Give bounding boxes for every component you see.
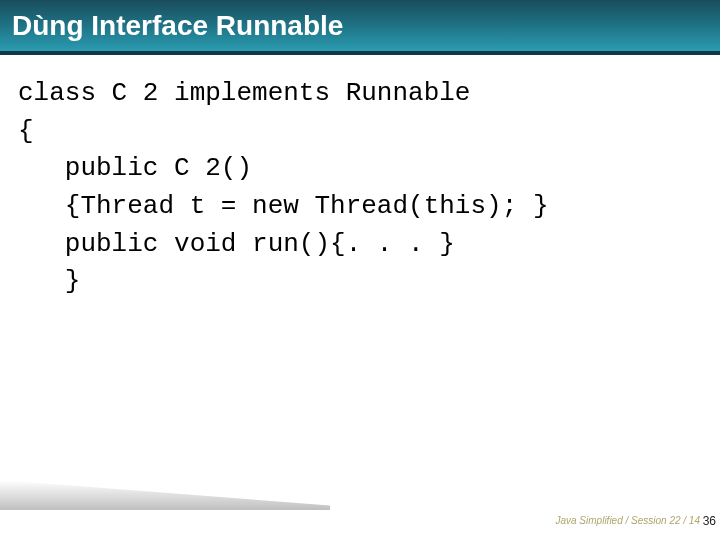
code-line-4: {Thread t = new Thread(this); } [18,191,549,221]
code-line-3: public C 2() [18,153,252,183]
slide-title-bar: Dùng Interface Runnable [0,0,720,55]
slide-title: Dùng Interface Runnable [12,10,343,42]
page-number: 36 [703,514,716,528]
code-line-2: { [18,116,34,146]
code-line-1: class C 2 implements Runnable [18,78,470,108]
footer-credit: Java Simplified / Session 22 / 14 [555,515,700,526]
decorative-shadow [0,480,330,510]
code-block: class C 2 implements Runnable { public C… [0,55,720,301]
code-line-6: } [18,266,80,296]
code-line-5: public void run(){. . . } [18,229,455,259]
